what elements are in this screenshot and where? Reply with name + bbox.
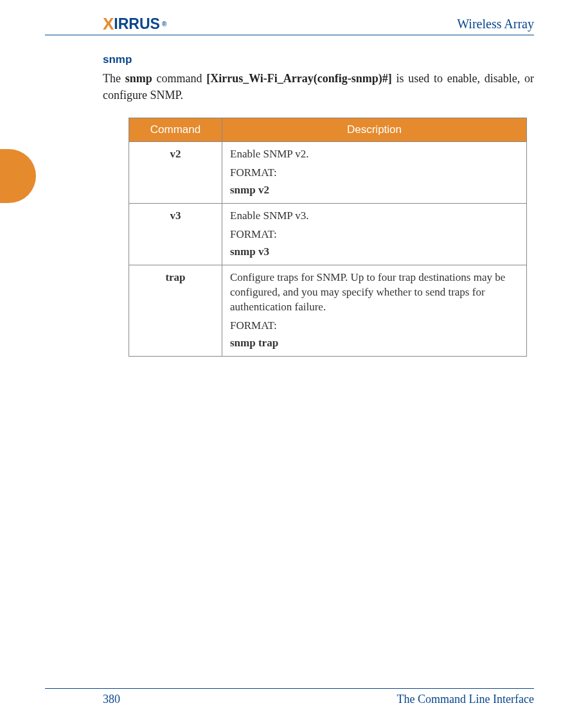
table-row: v2 Enable SNMP v2. FORMAT: snmp v2 (129, 142, 527, 204)
section-tab-marker (0, 149, 36, 203)
command-table-wrapper: Command Description v2 Enable SNMP v2. F… (45, 118, 534, 356)
logo-text: IRRUS (114, 15, 160, 33)
page-header: XIRRUS® Wireless Array (45, 14, 534, 35)
footer-section-title: The Command Line Interface (397, 693, 534, 706)
page-number: 380 (45, 693, 120, 706)
command-cell: v3 (129, 204, 222, 265)
registered-icon: ® (162, 21, 166, 28)
table-header-command: Command (129, 118, 222, 142)
section-intro: The snmp command [Xirrus_Wi-Fi_Array(con… (45, 70, 534, 103)
table-row: v3 Enable SNMP v3. FORMAT: snmp v3 (129, 204, 527, 265)
logo-x-icon: X (103, 14, 114, 34)
command-cell: v2 (129, 142, 222, 204)
document-title: Wireless Array (457, 17, 534, 31)
description-cell: Enable SNMP v3. FORMAT: snmp v3 (222, 204, 527, 265)
page-footer: 380 The Command Line Interface (45, 688, 534, 706)
description-cell: Enable SNMP v2. FORMAT: snmp v2 (222, 142, 527, 204)
table-row: trap Configure traps for SNMP. Up to fou… (129, 265, 527, 356)
command-table: Command Description v2 Enable SNMP v2. F… (129, 118, 527, 356)
section-heading: snmp (45, 53, 534, 66)
table-header-description: Description (222, 118, 527, 142)
command-cell: trap (129, 265, 222, 356)
description-cell: Configure traps for SNMP. Up to four tra… (222, 265, 527, 356)
xirrus-logo: XIRRUS® (103, 14, 166, 34)
